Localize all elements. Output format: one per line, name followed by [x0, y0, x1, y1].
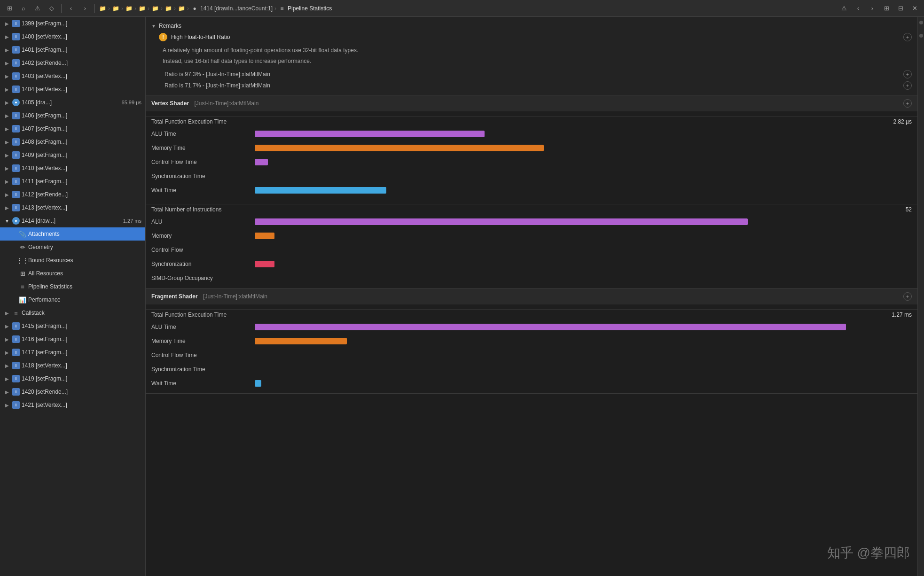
sidebar-item-1399[interactable]: ▶ I 1399 [setFragm...]	[0, 17, 145, 30]
ratio1-btn[interactable]: +	[903, 70, 912, 78]
sidebar-item-all-resources[interactable]: ⊞ All Resources	[0, 267, 145, 280]
fragment-wait-time-bar	[255, 380, 261, 387]
sidebar-item-1400[interactable]: ▶ I 1400 [setVertex...]	[0, 30, 145, 43]
expand-bound[interactable]	[10, 257, 17, 264]
sidebar-item-1404[interactable]: ▶ I 1404 [setVertex...]	[0, 83, 145, 96]
expand-geometry[interactable]	[10, 244, 17, 250]
cmd-icon-1405: ●	[12, 99, 20, 106]
fragment-memory-time-bar-area	[255, 338, 912, 344]
layout-icon[interactable]: ⊟	[895, 3, 906, 14]
sidebar-item-attachments[interactable]: 📎 Attachments	[0, 227, 145, 241]
expand-1409[interactable]: ▶	[4, 152, 10, 158]
ratio2-row: Ratio is 71.7% - [Just-In-Time]:xlatMtlM…	[146, 80, 917, 91]
sidebar-item-1414[interactable]: ▼ ● 1414 [draw...] 1.27 ms	[0, 214, 145, 227]
sidebar-item-1409[interactable]: ▶ I 1409 [setFragm...]	[0, 148, 145, 162]
sidebar-item-performance[interactable]: 📊 Performance	[0, 293, 145, 306]
warning-info-btn[interactable]: +	[903, 33, 912, 41]
sidebar-item-1405[interactable]: ▶ ● 1405 [dra...] 65.99 µs	[0, 96, 145, 109]
expand-callstack[interactable]: ▶	[4, 310, 10, 316]
sidebar-item-1410[interactable]: ▶ I 1410 [setVertex...]	[0, 162, 145, 175]
right-panel: ▼ Remarks ! High Float-to-Half Ratio + A…	[146, 17, 917, 576]
expand-1403[interactable]: ▶	[4, 73, 10, 79]
expand-1415[interactable]: ▶	[4, 323, 10, 329]
vertex-shader-expand[interactable]: +	[903, 99, 912, 108]
expand-1401[interactable]: ▶	[4, 47, 10, 53]
expand-1419[interactable]: ▶	[4, 375, 10, 382]
warning-body1: A relatively high amount of floating-poi…	[163, 45, 910, 56]
expand-1418[interactable]: ▶	[4, 362, 10, 369]
vertex-shader-header[interactable]: Vertex Shader [Just-In-Time]:xlatMtlMain…	[146, 95, 917, 111]
sidebar-item-callstack[interactable]: ▶ ≡ Callstack	[0, 306, 145, 319]
prev-warn-icon[interactable]: ‹	[853, 3, 864, 14]
expand-1421[interactable]: ▶	[4, 402, 10, 408]
expand-1420[interactable]: ▶	[4, 389, 10, 395]
cmd-icon-1410: I	[12, 164, 20, 172]
sidebar-item-1418[interactable]: ▶ I 1418 [setVertex...]	[0, 359, 145, 372]
sidebar-item-1407[interactable]: ▶ I 1407 [setFragm...]	[0, 122, 145, 135]
sidebar-item-1421[interactable]: ▶ I 1421 [setVertex...]	[0, 398, 145, 412]
expand-attachments[interactable]	[10, 231, 17, 237]
sidebar-item-1415[interactable]: ▶ I 1415 [setFragm...]	[0, 319, 145, 333]
back-icon[interactable]: ◇	[46, 3, 57, 14]
sidebar-item-1416[interactable]: ▶ I 1416 [setFragm...]	[0, 333, 145, 346]
sidebar-item-1413[interactable]: ▶ I 1413 [setVertex...]	[0, 201, 145, 214]
expand-1412[interactable]: ▶	[4, 191, 10, 198]
sidebar-item-1420[interactable]: ▶ I 1420 [setRende...]	[0, 385, 145, 398]
sidebar-item-1406[interactable]: ▶ I 1406 [setFragm...]	[0, 109, 145, 122]
warn-nav-icon[interactable]: ⚠	[838, 3, 850, 14]
expand-1399[interactable]: ▶	[4, 20, 10, 27]
fragment-alu-time-bar	[255, 324, 846, 330]
expand-1406[interactable]: ▶	[4, 112, 10, 119]
expand-pipeline[interactable]	[10, 283, 17, 290]
warning-title: High Float-to-Half Ratio	[171, 34, 230, 40]
remarks-expand[interactable]: ▼	[151, 23, 156, 29]
label-1410: 1410 [setVertex...]	[22, 165, 141, 171]
expand-all[interactable]	[10, 270, 17, 277]
sidebar-item-bound-resources[interactable]: ⋮⋮ Bound Resources	[0, 254, 145, 267]
sidebar-item-1417[interactable]: ▶ I 1417 [setFragm...]	[0, 346, 145, 359]
expand-1404[interactable]: ▶	[4, 86, 10, 93]
expand-1400[interactable]: ▶	[4, 33, 10, 40]
expand-1413[interactable]: ▶	[4, 204, 10, 211]
expand-1411[interactable]: ▶	[4, 178, 10, 185]
expand-1408[interactable]: ▶	[4, 139, 10, 145]
expand-1417[interactable]: ▶	[4, 349, 10, 356]
warning-icon[interactable]: ⚠	[32, 3, 43, 14]
expand-1402[interactable]: ▶	[4, 60, 10, 66]
sidebar-item-1412[interactable]: ▶ I 1412 [setRende...]	[0, 188, 145, 201]
cmd-icon-1399: I	[12, 20, 20, 27]
next-warn-icon[interactable]: ›	[867, 3, 878, 14]
close-icon[interactable]: ✕	[909, 3, 920, 14]
label-geometry: Geometry	[28, 244, 141, 250]
vertex-mem-bar	[255, 233, 274, 239]
breadcrumb-draw[interactable]: 1414 [drawIn...tanceCount:1]	[200, 5, 273, 12]
sidebar-item-pipeline-stats[interactable]: ≡ Pipeline Statistics	[0, 280, 145, 293]
vertex-sync-label: Synchronization	[151, 261, 255, 267]
sidebar-item-geometry[interactable]: ✏ Geometry	[0, 241, 145, 254]
remarks-header[interactable]: ▼ Remarks	[146, 21, 917, 31]
expand-1410[interactable]: ▶	[4, 165, 10, 171]
expand-performance[interactable]	[10, 296, 17, 303]
sidebar-item-1402[interactable]: ▶ I 1402 [setRende...]	[0, 56, 145, 70]
expand-1407[interactable]: ▶	[4, 125, 10, 132]
cmd-icon-1400: I	[12, 33, 20, 40]
breadcrumb-pipeline[interactable]: Pipeline Statistics	[288, 5, 332, 12]
sidebar-item-1419[interactable]: ▶ I 1419 [setFragm...]	[0, 372, 145, 385]
sidebar-item-1411[interactable]: ▶ I 1411 [setFragm...]	[0, 175, 145, 188]
fragment-sync-time-label: Synchronization Time	[151, 366, 255, 373]
grid-icon[interactable]: ⊞	[4, 3, 15, 14]
expand-1405[interactable]: ▶	[4, 99, 10, 106]
expand-1414[interactable]: ▼	[4, 218, 10, 224]
search-icon[interactable]: ⌕	[18, 3, 29, 14]
prev-icon[interactable]: ‹	[65, 3, 77, 14]
link-icon[interactable]: ⊞	[881, 3, 892, 14]
fragment-shader-expand[interactable]: +	[903, 292, 912, 301]
ratio2-btn[interactable]: +	[903, 81, 912, 90]
sidebar-item-1403[interactable]: ▶ I 1403 [setVertex...]	[0, 70, 145, 83]
next-icon[interactable]: ›	[79, 3, 91, 14]
fragment-shader-header[interactable]: Fragment Shader [Just-In-Time]:xlatMtlMa…	[146, 288, 917, 304]
sidebar-item-1401[interactable]: ▶ I 1401 [setFragm...]	[0, 43, 145, 56]
vertex-shader-stats: Total Function Execution Time 2.82 µs AL…	[146, 111, 917, 288]
sidebar-item-1408[interactable]: ▶ I 1408 [setFragm...]	[0, 135, 145, 148]
expand-1416[interactable]: ▶	[4, 336, 10, 342]
